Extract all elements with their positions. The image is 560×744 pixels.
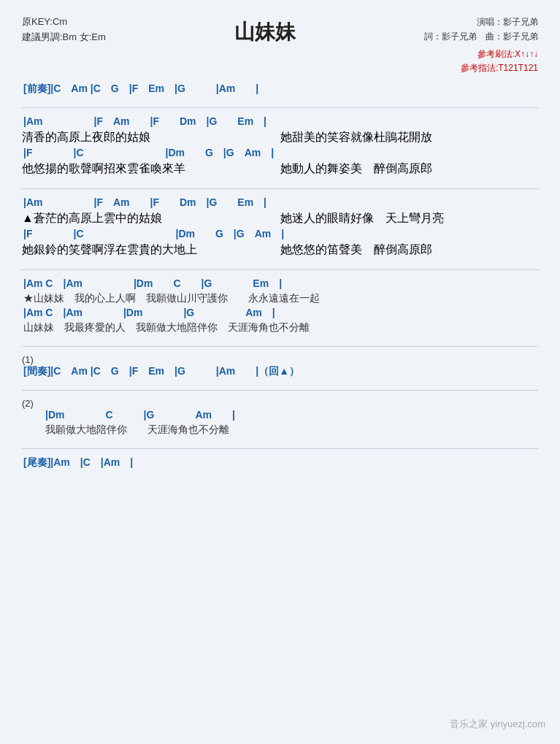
chorus-section: |Am C |Am |Dm C |G Em | ★山妹妹 我的心上人啊 我願做山… — [22, 277, 538, 334]
verse1-chord2: |F |C |Dm G |G Am | — [22, 147, 538, 160]
lyricist-label: 詞：影子兄弟 曲：影子兄弟 — [424, 29, 538, 44]
key-line2: 建議男調:Bm 女:Em — [22, 30, 106, 45]
verse1-lyric2-row: 他悠揚的歌聲啊招來雲雀喚來羊 她動人的舞姿美 醉倒高原郎 — [22, 161, 538, 177]
intro-label: [前奏] — [23, 83, 50, 96]
section2-number: (2) — [22, 398, 538, 409]
verse2-chord2: |F |C |Dm G |G Am | — [22, 228, 538, 241]
chorus-lyric2: 山妹妹 我最疼愛的人 我願做大地陪伴你 天涯海角也不分離 — [22, 321, 538, 334]
verse1-chord1: |Am |F Am |F Dm |G Em | — [22, 115, 538, 129]
verse2-lyric1-row: ▲蒼茫的高原上雲中的姑娘 她迷人的眼睛好像 天上彎月亮 — [22, 211, 538, 226]
chorus-lyric1: ★山妹妹 我的心上人啊 我願做山川守護你 永永遠遠在一起 — [22, 292, 538, 305]
verse1-lyric1-row: 清香的高原上夜郎的姑娘 她甜美的笑容就像杜鵑花開放 — [22, 130, 538, 145]
verse1-lyric2-left: 他悠揚的歌聲啊招來雲雀喚來羊 — [22, 161, 280, 177]
outro-label: [尾奏] — [23, 456, 50, 469]
song-title: 山妹妹 — [106, 15, 424, 46]
interlude-chords: |C Am |C G |F Em |G |Am |（回▲） — [50, 365, 299, 378]
interlude-number: (1) — [22, 354, 538, 365]
watermark-text: 音乐之家 yinyuezj.com — [450, 718, 545, 729]
verse1-lyric1-left: 清香的高原上夜郎的姑娘 — [22, 130, 280, 145]
section2: (2) |Dm C |G Am | 我願做大地陪伴你 天涯海角也不分離 — [22, 398, 538, 437]
singer-info: 演唱：影子兄弟 詞：影子兄弟 曲：影子兄弟 — [424, 15, 538, 45]
verse1-lyric1-right: 她甜美的笑容就像杜鵑花開放 — [280, 130, 539, 145]
chorus-chord2: |Am C |Am |Dm |G Am | — [22, 307, 538, 320]
verse1-lyric2-right: 她動人的舞姿美 醉倒高原郎 — [280, 161, 539, 177]
outro-chord-line: [尾奏] |Am |C |Am | — [22, 456, 538, 469]
watermark: 音乐之家 yinyuezj.com — [450, 718, 545, 731]
intro-section: [前奏] |C Am |C G |F Em |G |Am | — [22, 83, 538, 96]
verse2-lyric2-left: 她銀鈴的笑聲啊浮在雲貴的大地上 — [22, 242, 280, 258]
verse2-lyric1-left: ▲蒼茫的高原上雲中的姑娘 — [22, 211, 280, 226]
section2-lyric1: 我願做大地陪伴你 天涯海角也不分離 — [44, 423, 538, 437]
intro-chord-line: [前奏] |C Am |C G |F Em |G |Am | — [22, 83, 538, 96]
singer-label: 演唱：影子兄弟 — [424, 15, 538, 29]
tips: 參考刷法:X↑↓↑↓ 參考指法:T121T121 — [424, 47, 538, 75]
chorus-chord1: |Am C |Am |Dm C |G Em | — [22, 277, 538, 291]
verse2-lyric2-row: 她銀鈴的笑聲啊浮在雲貴的大地上 她悠悠的笛聲美 醉倒高原郎 — [22, 242, 538, 258]
intro-chords: |C Am |C G |F Em |G |Am | — [50, 83, 258, 96]
verse2-section: |Am |F Am |F Dm |G Em | ▲蒼茫的高原上雲中的姑娘 她迷人… — [22, 196, 538, 258]
outro-chords: |Am |C |Am | — [50, 456, 133, 469]
verse2-chord1: |Am |F Am |F Dm |G Em | — [22, 196, 538, 210]
tip1: 參考刷法:X↑↓↑↓ — [424, 47, 538, 61]
interlude-chord-line: [間奏] |C Am |C G |F Em |G |Am |（回▲） — [22, 365, 538, 378]
key-line1: 原KEY:Cm — [22, 15, 106, 30]
interlude-label: [間奏] — [23, 365, 50, 378]
verse2-lyric1-right: 她迷人的眼睛好像 天上彎月亮 — [280, 211, 539, 226]
tip2: 參考指法:T121T121 — [424, 61, 538, 75]
verse1-section: |Am |F Am |F Dm |G Em | 清香的高原上夜郎的姑娘 她甜美的… — [22, 115, 538, 177]
verse2-lyric2-right: 她悠悠的笛聲美 醉倒高原郎 — [280, 242, 539, 258]
section2-chord1: |Dm C |G Am | — [44, 409, 538, 422]
interlude-section: (1) [間奏] |C Am |C G |F Em |G |Am |（回▲） — [22, 354, 538, 378]
key-info: 原KEY:Cm 建議男調:Bm 女:Em — [22, 15, 106, 45]
outro-section: [尾奏] |Am |C |Am | — [22, 456, 538, 469]
